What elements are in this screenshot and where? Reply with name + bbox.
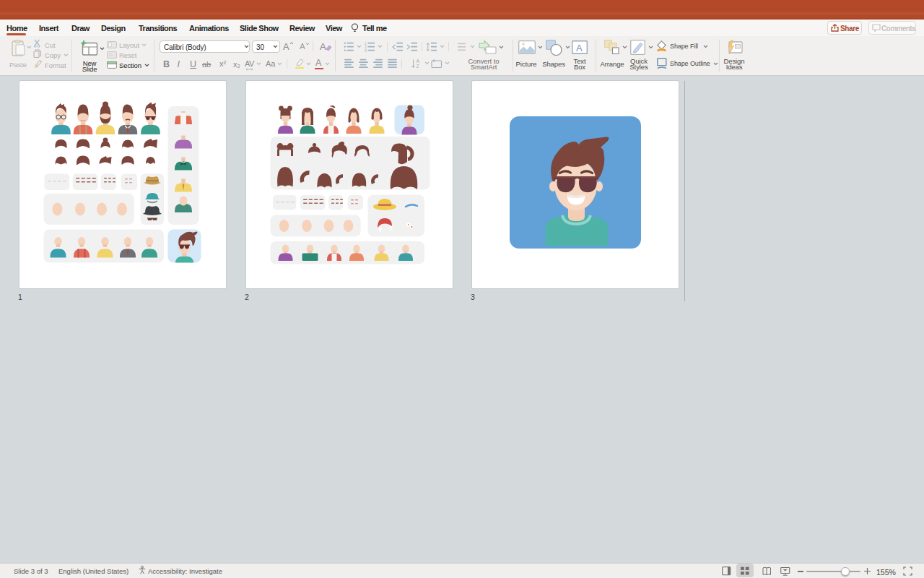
svg-text:A: A [576, 43, 583, 53]
svg-text:3: 3 [365, 49, 367, 52]
svg-text:Z: Z [417, 64, 419, 69]
svg-text:A: A [417, 59, 420, 64]
